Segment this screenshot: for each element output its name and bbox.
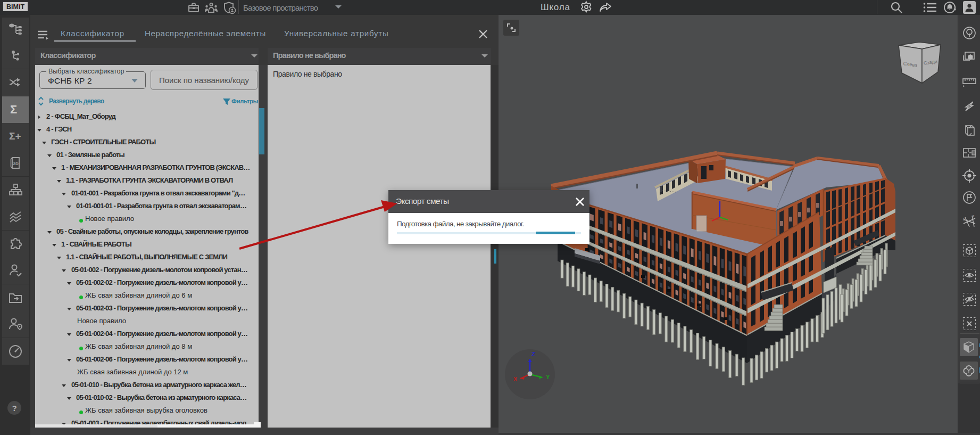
svg-text:Σ+: Σ+ bbox=[9, 130, 21, 142]
svg-text:X: X bbox=[513, 376, 518, 382]
svg-text:2: 2 bbox=[973, 215, 975, 218]
svg-text:Y: Y bbox=[546, 374, 550, 380]
svg-text:1: 1 bbox=[963, 218, 965, 221]
svg-text:Z: Z bbox=[531, 351, 535, 357]
svg-text:Σ: Σ bbox=[10, 103, 17, 116]
svg-text:2D: 2D bbox=[13, 161, 19, 166]
